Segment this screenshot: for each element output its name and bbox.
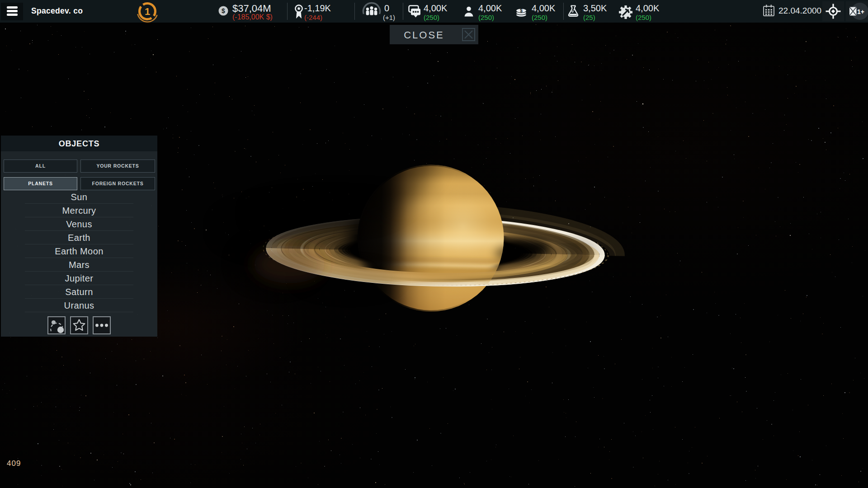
svg-text:1+: 1+	[857, 8, 864, 15]
svg-text:1: 1	[145, 6, 150, 17]
svg-text:$: $	[520, 8, 523, 13]
svg-text:$: $	[222, 7, 225, 14]
